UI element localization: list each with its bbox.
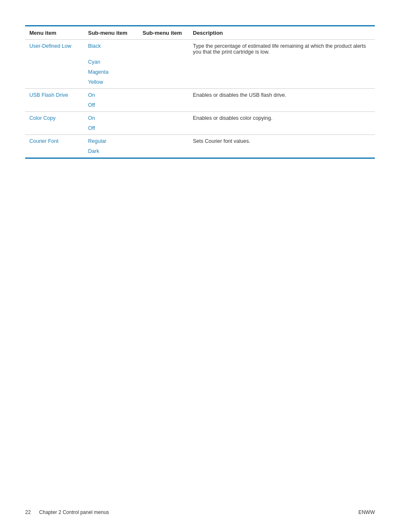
table-row: Off bbox=[25, 123, 375, 135]
main-table-container: Menu item Sub-menu item Sub-menu item De… bbox=[25, 25, 375, 159]
menu-item-cell bbox=[25, 77, 84, 89]
table-row: Courier FontRegularSets Courier font val… bbox=[25, 135, 375, 147]
menu-item-cell bbox=[25, 100, 84, 112]
description-cell bbox=[189, 77, 375, 89]
sub-item2-cell bbox=[138, 112, 189, 124]
menu-table: Menu item Sub-menu item Sub-menu item De… bbox=[25, 25, 375, 159]
sub-item-cell: Regular bbox=[84, 135, 138, 147]
table-row: Color CopyOnEnables or disables color co… bbox=[25, 112, 375, 124]
menu-item-cell: USB Flash Drive bbox=[25, 89, 84, 101]
menu-item-cell: Color Copy bbox=[25, 112, 84, 124]
sub-item-label: On bbox=[88, 115, 95, 121]
col-header-desc: Description bbox=[189, 26, 375, 40]
page-footer: 22 Chapter 2 Control panel menus ENWW bbox=[25, 509, 375, 515]
table-row: Cyan bbox=[25, 57, 375, 67]
description-cell: Type the percentage of estimated life re… bbox=[189, 40, 375, 57]
sub-item-cell: Magenta bbox=[84, 67, 138, 77]
sub-item-label: Regular bbox=[88, 138, 106, 144]
sub-item-label: Yellow bbox=[88, 79, 103, 85]
description-cell bbox=[189, 57, 375, 67]
footer-page-number: 22 bbox=[25, 509, 31, 515]
sub-item-cell: Dark bbox=[84, 146, 138, 158]
col-header-menu: Menu item bbox=[25, 26, 84, 40]
col-header-sub2: Sub-menu item bbox=[138, 26, 189, 40]
sub-item2-cell bbox=[138, 77, 189, 89]
footer-brand: ENWW bbox=[358, 509, 375, 515]
sub-item-cell: On bbox=[84, 112, 138, 124]
sub-item-cell: Black bbox=[84, 40, 138, 57]
menu-item-label: Color Copy bbox=[29, 115, 56, 121]
footer-left: 22 Chapter 2 Control panel menus bbox=[25, 509, 109, 515]
menu-item-cell bbox=[25, 146, 84, 158]
menu-item-label: USB Flash Drive bbox=[29, 92, 68, 98]
table-row: Magenta bbox=[25, 67, 375, 77]
sub-item-label: Off bbox=[88, 102, 95, 108]
table-row: USB Flash DriveOnEnables or disables the… bbox=[25, 89, 375, 101]
menu-item-cell bbox=[25, 67, 84, 77]
menu-item-cell: Courier Font bbox=[25, 135, 84, 147]
description-cell bbox=[189, 123, 375, 135]
menu-item-cell bbox=[25, 123, 84, 135]
col-header-sub1: Sub-menu item bbox=[84, 26, 138, 40]
description-cell: Sets Courier font values. bbox=[189, 135, 375, 147]
menu-item-cell bbox=[25, 57, 84, 67]
description-cell bbox=[189, 146, 375, 158]
sub-item2-cell bbox=[138, 146, 189, 158]
sub-item2-cell bbox=[138, 57, 189, 67]
sub-item2-cell bbox=[138, 89, 189, 101]
sub-item-label: Black bbox=[88, 43, 101, 49]
footer-chapter-label: Chapter 2 Control panel menus bbox=[39, 509, 109, 515]
sub-item2-cell bbox=[138, 100, 189, 112]
sub-item-label: Dark bbox=[88, 148, 99, 154]
sub-item2-cell bbox=[138, 67, 189, 77]
description-cell bbox=[189, 100, 375, 112]
menu-item-label: Courier Font bbox=[29, 138, 58, 144]
table-row: Dark bbox=[25, 146, 375, 158]
sub-item-cell: Off bbox=[84, 123, 138, 135]
sub-item-cell: Off bbox=[84, 100, 138, 112]
table-header-row: Menu item Sub-menu item Sub-menu item De… bbox=[25, 26, 375, 40]
description-cell: Enables or disables color copying. bbox=[189, 112, 375, 124]
sub-item-label: Magenta bbox=[88, 69, 109, 75]
menu-item-label: User-Defined Low bbox=[29, 43, 71, 49]
sub-item2-cell bbox=[138, 123, 189, 135]
table-row: Off bbox=[25, 100, 375, 112]
description-cell: Enables or disables the USB flash drive. bbox=[189, 89, 375, 101]
sub-item-label: On bbox=[88, 92, 95, 98]
sub-item-cell: On bbox=[84, 89, 138, 101]
sub-item2-cell bbox=[138, 40, 189, 57]
description-cell bbox=[189, 67, 375, 77]
menu-item-cell: User-Defined Low bbox=[25, 40, 84, 57]
sub-item2-cell bbox=[138, 135, 189, 147]
sub-item-label: Off bbox=[88, 125, 95, 131]
sub-item-cell: Cyan bbox=[84, 57, 138, 67]
table-row: User-Defined LowBlackType the percentage… bbox=[25, 40, 375, 57]
table-row: Yellow bbox=[25, 77, 375, 89]
sub-item-label: Cyan bbox=[88, 59, 100, 65]
sub-item-cell: Yellow bbox=[84, 77, 138, 89]
